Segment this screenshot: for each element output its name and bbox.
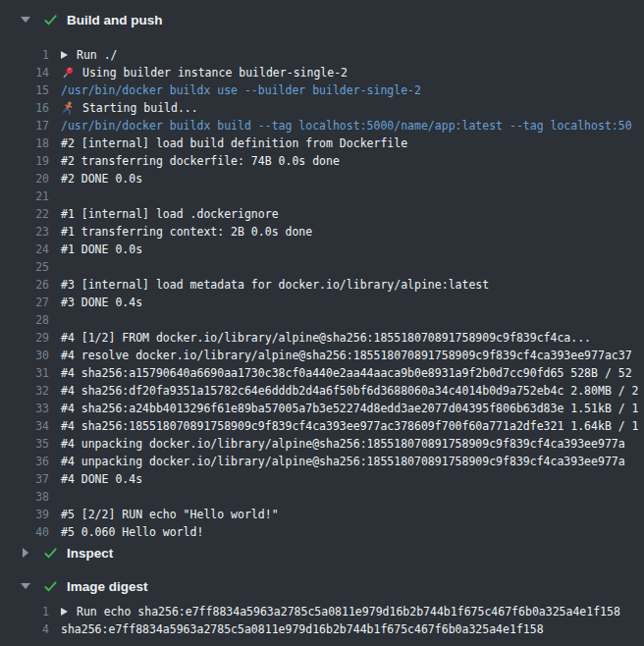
- log-line: 1Run echo sha256:e7ff8834a5963a2785c5a08…: [0, 603, 644, 620]
- log-text: #4 resolve docker.io/library/alpine@sha2…: [61, 347, 632, 364]
- log-line-content: #4 sha256:a15790640a6690aa1730c38cf0a440…: [49, 364, 632, 382]
- section-title: Build and push: [67, 13, 163, 27]
- log-text: #4 unpacking docker.io/library/alpine@sh…: [61, 453, 625, 470]
- line-number[interactable]: 17: [0, 117, 49, 135]
- line-number[interactable]: 14: [0, 64, 49, 81]
- log-text: #4 sha256:a24bb4013296f61e89ba57005a7b3e…: [61, 400, 639, 417]
- log-line-content: #3 [internal] load metadata for docker.i…: [49, 276, 489, 294]
- log-text: #1 DONE 0.0s: [61, 241, 142, 258]
- line-number[interactable]: 37: [0, 470, 49, 488]
- section-title: Inspect: [67, 546, 113, 561]
- log-line: 39#5 [2/2] RUN echo "Hello world!": [0, 506, 644, 523]
- log-text: #4 unpacking docker.io/library/alpine@sh…: [61, 435, 625, 453]
- log-line-content: [49, 488, 61, 506]
- line-number[interactable]: 23: [0, 223, 49, 241]
- line-number[interactable]: 24: [0, 241, 49, 258]
- log-line-content: #4 sha256:a24bb4013296f61e89ba57005a7b3e…: [49, 400, 639, 417]
- log-line: 36#4 unpacking docker.io/library/alpine@…: [0, 453, 644, 470]
- line-number[interactable]: 16: [0, 99, 49, 117]
- expander-icon[interactable]: [61, 608, 68, 616]
- line-number[interactable]: 1: [0, 603, 49, 620]
- log-line: 34#4 sha256:185518070891758909c9f839cf4c…: [0, 417, 644, 435]
- line-number[interactable]: 4: [0, 620, 49, 638]
- line-number[interactable]: 39: [0, 506, 49, 523]
- log-text: #4 sha256:185518070891758909c9f839cf4ca3…: [61, 417, 639, 435]
- line-number[interactable]: 28: [0, 311, 49, 329]
- line-number[interactable]: 22: [0, 205, 49, 223]
- log-line-content: #2 DONE 0.0s: [49, 170, 142, 188]
- log-text: /usr/bin/docker buildx build --tag local…: [61, 117, 632, 135]
- section-header-build-and-push[interactable]: Build and push: [0, 10, 644, 29]
- log-text: /usr/bin/docker buildx use --builder bui…: [61, 81, 421, 99]
- line-number[interactable]: 20: [0, 170, 49, 188]
- log-line: 18#2 [internal] load build definition fr…: [0, 135, 644, 152]
- line-number[interactable]: 18: [0, 135, 49, 152]
- log-line: 15/usr/bin/docker buildx use --builder b…: [0, 81, 644, 99]
- log-line-content: #1 DONE 0.0s: [49, 241, 142, 258]
- line-number[interactable]: 33: [0, 400, 49, 417]
- log-text: Run ./: [77, 46, 118, 64]
- log-line: 37#4 DONE 0.4s: [0, 470, 644, 488]
- line-number[interactable]: 26: [0, 276, 49, 294]
- section-header-image-digest[interactable]: Image digest: [0, 576, 644, 596]
- log-text: Using builder instance builder-single-2: [82, 64, 348, 81]
- log-line-content: #2 [internal] load build definition from…: [49, 135, 407, 152]
- log-text: #4 [1/2] FROM docker.io/library/alpine@s…: [61, 329, 591, 347]
- log-line-content: [49, 188, 61, 205]
- line-number[interactable]: 29: [0, 329, 49, 347]
- log-line: 33#4 sha256:a24bb4013296f61e89ba57005a7b…: [0, 400, 644, 417]
- expander-icon[interactable]: [61, 51, 68, 59]
- log-line: 40#5 0.060 Hello world!: [0, 523, 644, 541]
- log-line-content: #5 [2/2] RUN echo "Hello world!": [49, 506, 279, 523]
- workflow-log: Build and push1Run ./14Using builder ins…: [0, 0, 644, 638]
- runner-icon: [61, 101, 75, 115]
- line-number[interactable]: 34: [0, 417, 49, 435]
- log-line: 26#3 [internal] load metadata for docker…: [0, 276, 644, 294]
- log-text: #5 [2/2] RUN echo "Hello world!": [61, 506, 279, 523]
- log-text: Run echo sha256:e7ff8834a5963a2785c5a081…: [77, 603, 620, 620]
- line-number[interactable]: 30: [0, 347, 49, 364]
- log-text: #4 DONE 0.4s: [61, 470, 142, 488]
- log-line: 27#3 DONE 0.4s: [0, 294, 644, 311]
- line-number[interactable]: 21: [0, 188, 49, 205]
- section-header-inspect[interactable]: Inspect: [0, 543, 644, 563]
- log-line: 24#1 DONE 0.0s: [0, 241, 644, 258]
- log-line-content: [49, 311, 61, 329]
- check-icon: [43, 545, 59, 561]
- log-line: 19#2 transferring dockerfile: 74B 0.0s d…: [0, 152, 644, 170]
- log-line: 30#4 resolve docker.io/library/alpine@sh…: [0, 347, 644, 364]
- log-line-content: #3 DONE 0.4s: [49, 294, 142, 311]
- line-number[interactable]: 36: [0, 453, 49, 470]
- log-line: 14Using builder instance builder-single-…: [0, 64, 644, 81]
- line-number[interactable]: 1: [0, 46, 49, 64]
- line-number[interactable]: 40: [0, 523, 49, 541]
- line-number[interactable]: 31: [0, 364, 49, 382]
- section-title: Image digest: [67, 579, 148, 594]
- line-number[interactable]: 15: [0, 81, 49, 99]
- log-text: #3 [internal] load metadata for docker.i…: [61, 276, 489, 294]
- log-text: #5 0.060 Hello world!: [61, 523, 203, 541]
- log-line-content: Run echo sha256:e7ff8834a5963a2785c5a081…: [49, 603, 620, 620]
- chevron-down-icon[interactable]: [20, 580, 31, 592]
- log-line-content: sha256:e7ff8834a5963a2785c5a0811e979d16b…: [49, 620, 544, 638]
- check-icon: [43, 578, 59, 594]
- log-line-content: /usr/bin/docker buildx use --builder bui…: [49, 81, 421, 99]
- pushpin-icon: [61, 66, 75, 80]
- chevron-right-icon[interactable]: [20, 547, 31, 559]
- log-line: 31#4 sha256:a15790640a6690aa1730c38cf0a4…: [0, 364, 644, 382]
- log-line-content: #4 sha256:185518070891758909c9f839cf4ca3…: [49, 417, 639, 435]
- line-number[interactable]: 19: [0, 152, 49, 170]
- line-number[interactable]: 25: [0, 258, 49, 276]
- log-text: #4 sha256:a15790640a6690aa1730c38cf0a440…: [61, 364, 632, 382]
- log-line: 28: [0, 311, 644, 329]
- log-line: 17/usr/bin/docker buildx build --tag loc…: [0, 117, 644, 135]
- line-number[interactable]: 38: [0, 488, 49, 506]
- log-text: #2 DONE 0.0s: [61, 170, 142, 188]
- log-text: #2 transferring dockerfile: 74B 0.0s don…: [61, 152, 340, 170]
- line-number[interactable]: 35: [0, 435, 49, 453]
- chevron-down-icon[interactable]: [20, 14, 31, 26]
- log-line: 4sha256:e7ff8834a5963a2785c5a0811e979d16…: [0, 620, 644, 638]
- line-number[interactable]: 27: [0, 294, 49, 311]
- line-number[interactable]: 32: [0, 382, 49, 400]
- log-line-content: [49, 258, 61, 276]
